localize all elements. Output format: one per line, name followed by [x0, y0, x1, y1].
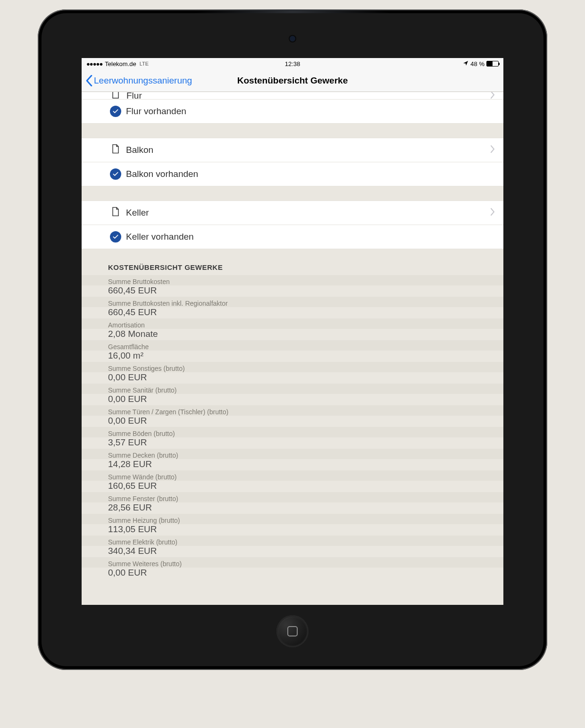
overview-row-value: 0,00 EUR: [82, 568, 503, 579]
document-icon: [112, 144, 119, 156]
check-circle-icon: [110, 168, 121, 180]
clock: 12:38: [285, 60, 301, 67]
overview-row-value: 660,45 EUR: [82, 285, 503, 297]
overview-row-value: 3,57 EUR: [82, 437, 503, 449]
overview-row-label: Summe Bruttokosten: [82, 275, 503, 285]
room-balkon-status[interactable]: Balkon vorhanden: [82, 162, 503, 186]
signal-dots-icon: ●●●●●: [86, 60, 102, 67]
room-flur-nav[interactable]: Flur: [82, 92, 503, 100]
overview-row-value: 0,00 EUR: [82, 394, 503, 405]
carrier-label: Telekom.de: [105, 60, 136, 67]
overview-row-value: 660,45 EUR: [82, 307, 503, 318]
battery-icon: [486, 61, 499, 67]
overview-row-value: 0,00 EUR: [82, 416, 503, 427]
document-icon: [112, 92, 119, 100]
content: Flur Flur vorhanden: [82, 92, 503, 579]
check-circle-icon: [110, 231, 121, 243]
document-icon: [112, 207, 119, 219]
room-flur-status-label: Flur vorhanden: [126, 106, 186, 117]
overview-heading: KOSTENÜBERSICHT GEWERKE: [82, 249, 503, 275]
location-icon: [463, 60, 468, 67]
ipad-frame: ●●●●● Telekom.de LTE 12:38 48 % Leerw: [38, 9, 547, 670]
chevron-right-icon: [490, 208, 495, 218]
room-flur-status[interactable]: Flur vorhanden: [82, 100, 503, 124]
overview-row-label: Summe Decken (brutto): [82, 449, 503, 459]
back-label: Leerwohnungssanierung: [94, 75, 192, 86]
overview-row-value: 340,34 EUR: [82, 546, 503, 557]
room-balkon-label: Balkon: [126, 145, 153, 155]
overview-row-label: Summe Türen / Zargen (Tischler) (brutto): [82, 405, 503, 416]
overview-row-label: Summe Elektrik (brutto): [82, 536, 503, 546]
nav-bar: Leerwohnungssanierung Kostenübersicht Ge…: [82, 69, 503, 92]
overview-row-label: Gesamtfläche: [82, 340, 503, 351]
room-balkon-nav[interactable]: Balkon: [82, 138, 503, 162]
back-button[interactable]: Leerwohnungssanierung: [85, 75, 192, 86]
overview-row-value: 2,08 Monate: [82, 329, 503, 340]
chevron-right-icon: [490, 92, 495, 100]
overview-row-label: Summe Heizung (brutto): [82, 514, 503, 524]
overview-row-label: Summe Böden (brutto): [82, 427, 503, 437]
room-flur-label: Flur: [126, 92, 142, 100]
overview-row-value: 0,00 EUR: [82, 372, 503, 384]
overview-row-value: 14,28 EUR: [82, 459, 503, 470]
network-label: LTE: [140, 61, 149, 67]
home-button[interactable]: [276, 615, 309, 647]
status-bar: ●●●●● Telekom.de LTE 12:38 48 %: [82, 58, 503, 69]
overview-row-label: Summe Sonstiges (brutto): [82, 362, 503, 372]
chevron-left-icon: [85, 75, 93, 86]
overview-row-label: Summe Bruttokosten inkl. Regionalfaktor: [82, 297, 503, 307]
room-balkon-status-label: Balkon vorhanden: [126, 169, 198, 179]
check-circle-icon: [110, 106, 121, 117]
overview-row-value: 113,05 EUR: [82, 524, 503, 536]
overview-row-label: Summe Sanitär (brutto): [82, 384, 503, 394]
nav-title: Kostenübersicht Gewerke: [237, 75, 348, 86]
overview-row-value: 28,56 EUR: [82, 502, 503, 514]
battery-percent: 48 %: [470, 60, 485, 67]
room-keller-status[interactable]: Keller vorhanden: [82, 225, 503, 249]
overview-row-value: 160,65 EUR: [82, 481, 503, 492]
chevron-right-icon: [490, 145, 495, 155]
room-keller-nav[interactable]: Keller: [82, 201, 503, 225]
overview-row-label: Summe Fenster (brutto): [82, 492, 503, 502]
overview-row-label: Amortisation: [82, 318, 503, 329]
screen: ●●●●● Telekom.de LTE 12:38 48 % Leerw: [82, 58, 503, 605]
overview-row-value: 16,00 m²: [82, 351, 503, 362]
overview-row-label: Summe Wände (brutto): [82, 470, 503, 481]
room-keller-label: Keller: [126, 208, 149, 218]
camera-dot: [290, 36, 295, 42]
overview-list: Summe Bruttokosten660,45 EURSumme Brutto…: [82, 275, 503, 579]
overview-row-label: Summe Weiteres (brutto): [82, 557, 503, 568]
room-keller-status-label: Keller vorhanden: [126, 232, 194, 242]
